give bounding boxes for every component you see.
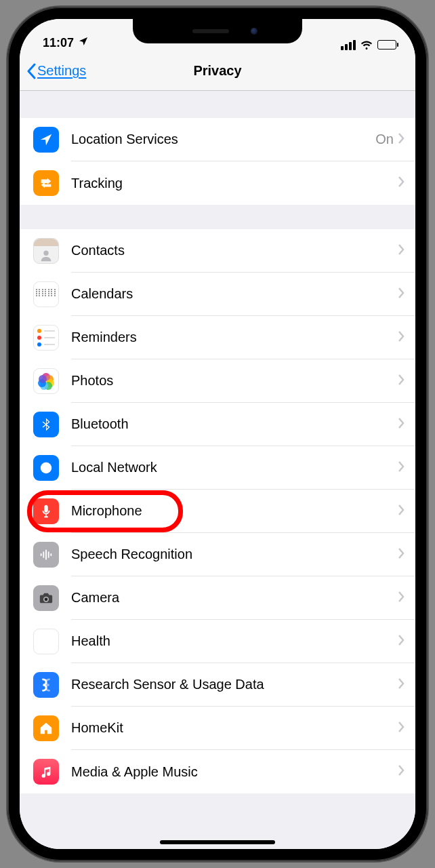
chevron-left-icon [26, 63, 36, 79]
camera-icon [33, 585, 59, 611]
row-health[interactable]: Health [20, 620, 415, 663]
chevron-right-icon [398, 131, 405, 149]
row-contacts[interactable]: Contacts [20, 229, 415, 273]
phone-frame: 11:07 Settings Privacy Lo [7, 7, 428, 861]
nav-bar: Settings Privacy [20, 52, 415, 91]
location-arrow-icon [78, 36, 89, 50]
back-button[interactable]: Settings [26, 63, 86, 79]
chevron-right-icon [398, 502, 405, 520]
chevron-right-icon [398, 329, 405, 347]
row-label: Contacts [71, 243, 398, 258]
row-media[interactable]: Media & Apple Music [20, 750, 415, 793]
research-icon [33, 672, 59, 698]
photos-icon [33, 368, 59, 394]
chevron-right-icon [398, 416, 405, 433]
section-gap [20, 91, 415, 118]
row-label: Health [71, 633, 398, 649]
heart-icon [33, 629, 59, 654]
row-label: Microphone [71, 503, 398, 519]
chevron-right-icon [398, 589, 405, 607]
row-label: Calendars [71, 286, 398, 302]
row-label: Speech Recognition [71, 547, 398, 562]
contacts-icon [33, 238, 59, 264]
reminders-icon [33, 325, 59, 351]
page-title: Privacy [193, 63, 241, 79]
settings-group: Location ServicesOnTracking [20, 118, 415, 205]
chevron-right-icon [398, 763, 405, 781]
bluetooth-icon [33, 412, 59, 437]
row-label: Reminders [71, 330, 398, 345]
svg-rect-7 [43, 551, 44, 557]
globe-icon [33, 455, 59, 481]
svg-point-0 [43, 250, 48, 255]
home-icon [33, 715, 59, 741]
svg-rect-8 [45, 550, 47, 560]
chevron-right-icon [398, 633, 405, 650]
settings-group: ContactsCalendarsRemindersPhotosBluetoot… [20, 229, 415, 793]
chevron-right-icon [398, 676, 405, 694]
chevron-right-icon [398, 372, 405, 390]
row-photos[interactable]: Photos [20, 359, 415, 403]
row-label: HomeKit [71, 720, 398, 736]
location-arrow-icon [33, 127, 59, 153]
cellular-icon [341, 40, 356, 50]
chevron-right-icon [398, 285, 405, 303]
row-detail: On [375, 132, 394, 147]
chevron-right-icon [398, 719, 405, 737]
row-research[interactable]: Research Sensor & Usage Data [20, 663, 415, 707]
row-bluetooth[interactable]: Bluetooth [20, 403, 415, 446]
row-calendars[interactable]: Calendars [20, 273, 415, 316]
row-label: Camera [71, 590, 398, 606]
row-label: Media & Apple Music [71, 764, 398, 780]
svg-point-11 [45, 598, 48, 601]
row-tracking[interactable]: Tracking [20, 161, 415, 205]
chevron-right-icon [398, 174, 405, 192]
row-local-network[interactable]: Local Network [20, 446, 415, 490]
row-camera[interactable]: Camera [20, 576, 415, 620]
row-location-services[interactable]: Location ServicesOn [20, 118, 415, 161]
svg-rect-10 [50, 553, 51, 556]
chevron-right-icon [398, 242, 405, 260]
notch [133, 19, 302, 43]
tracking-icon [33, 170, 59, 196]
row-label: Research Sensor & Usage Data [71, 677, 398, 692]
home-indicator[interactable] [160, 840, 275, 844]
row-label: Local Network [71, 460, 398, 475]
chevron-right-icon [398, 546, 405, 564]
waveform-icon [33, 542, 59, 568]
wifi-icon [360, 39, 373, 50]
row-reminders[interactable]: Reminders [20, 316, 415, 359]
content[interactable]: Location ServicesOnTrackingContactsCalen… [20, 91, 415, 849]
row-label: Tracking [71, 176, 398, 191]
chevron-right-icon [398, 459, 405, 477]
row-speech-recognition[interactable]: Speech Recognition [20, 533, 415, 576]
svg-point-2 [43, 462, 48, 474]
row-label: Location Services [71, 132, 375, 147]
row-label: Photos [71, 373, 398, 389]
music-icon [33, 759, 59, 785]
row-label: Bluetooth [71, 416, 398, 432]
battery-icon [377, 40, 396, 50]
row-homekit[interactable]: HomeKit [20, 707, 415, 750]
screen: 11:07 Settings Privacy Lo [20, 19, 415, 849]
svg-rect-6 [41, 553, 42, 556]
calendar-icon [33, 281, 59, 307]
row-microphone[interactable]: Microphone [20, 490, 415, 533]
status-time: 11:07 [43, 36, 74, 50]
section-gap [20, 205, 415, 229]
back-label: Settings [37, 63, 86, 79]
svg-rect-9 [48, 551, 49, 557]
microphone-icon [33, 498, 59, 524]
